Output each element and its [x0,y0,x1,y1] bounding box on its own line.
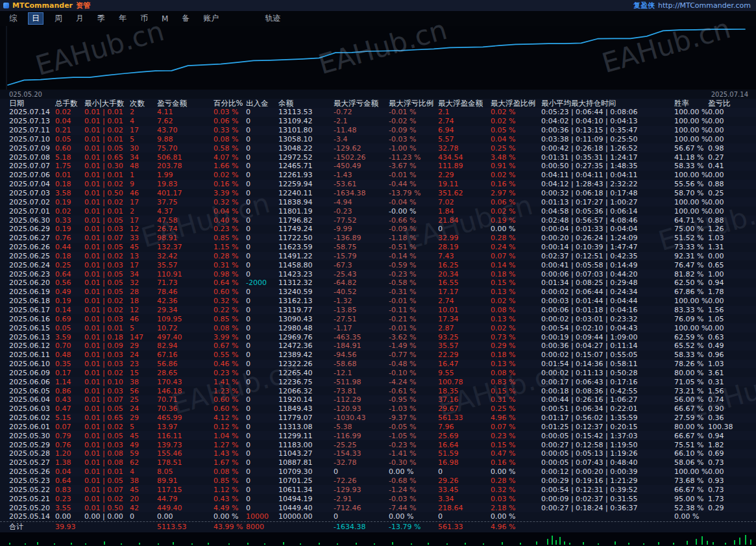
cell: 0 [246,288,278,296]
table-row[interactable]: 2025.06.160.690.01 | 0.0346109.950.85 %0… [9,314,756,323]
table-row[interactable]: 2025.06.110.480.01 | 0.032467.160.55 %01… [9,351,756,360]
stats-table: 日期总手数最小|大手数次数盈亏金额百分比%出入金余额最大浮亏金额最大浮亏比例最大… [0,99,756,532]
column-header-11[interactable]: 最大浮盈金额 [438,99,491,108]
table-row[interactable]: 2025.06.300.330.01 | 0.051747.580.40 %01… [9,216,756,225]
table-row[interactable]: 2025.06.270.760.01 | 0.073398.910.85 %01… [9,234,756,243]
table-row[interactable]: 2025.05.220.830.01 | 0.0745117.151.12 %0… [9,485,756,494]
equity-curve-svg [0,26,756,90]
table-row[interactable]: 2025.06.180.190.01 | 0.021842.360.32 %01… [9,297,756,306]
table-row[interactable]: 2025.06.230.640.01 | 0.0534110.910.98 %0… [9,269,756,279]
table-row[interactable]: 2025.06.120.700.01 | 0.092982.940.67 %01… [9,341,756,351]
column-header-2[interactable]: 总手数 [55,99,84,108]
column-header-1[interactable]: 日期 [9,99,55,108]
column-header-13[interactable]: 最小平均最大持仓时间 [541,99,674,108]
table-row[interactable]: 2025.06.133.590.01 | 0.18147497.403.99 %… [9,332,756,341]
table-row[interactable]: 2025.06.200.560.01 | 0.053271.730.64 %-2… [9,279,756,288]
table-row[interactable]: 2025.05.230.640.01 | 0.053889.910.85 %01… [9,477,756,486]
column-header-7[interactable]: 出入金 [246,99,278,108]
table-row[interactable]: 2025.05.271.380.01 | 0.0862178.511.67 %0… [9,458,756,467]
table-row[interactable]: 2025.06.040.430.01 | 0.072570.710.60 %01… [9,395,756,404]
menu-item-1[interactable]: 综 [6,12,19,25]
table-row[interactable]: 2025.06.190.490.01 | 0.052878.460.60 %01… [9,288,756,297]
menu-item-9[interactable]: 备 [179,12,192,25]
table-row[interactable]: 2025.07.040.180.01 | 0.02919.830.16 %012… [9,180,756,189]
brand-url[interactable]: http://MTCommander.com [658,1,751,10]
cell: 7.96 [438,423,491,431]
column-header-15[interactable]: 盈亏比 [708,99,747,108]
table-row[interactable]: 2025.07.100.050.01 | 0.0159.880.08 %0130… [9,135,756,144]
column-header-5[interactable]: 盈亏金额 [157,99,213,108]
cell: -67.3 [334,261,389,269]
column-header-6[interactable]: 百分比% [213,99,246,108]
column-header-9[interactable]: 最大浮亏金额 [334,99,389,108]
column-header-14[interactable]: 胜率 [674,99,708,108]
table-row[interactable]: 2025.05.203.550.01 | 0.5042449.404.49 %0… [9,503,756,512]
table-row[interactable]: 2025.07.130.040.01 | 0.0147.620.06 %0131… [9,117,756,126]
cell: 27.59 % [674,414,708,422]
cell: -3.4 [334,135,389,143]
table-row[interactable]: 2025.05.281.200.01 | 0.0859155.461.43 %0… [9,449,756,458]
menu-item-4[interactable]: 月 [73,12,86,25]
menu-item-8[interactable]: M [159,14,171,24]
table-row[interactable]: 2025.05.290.760.01 | 0.0349139.731.27 %0… [9,440,756,449]
cell: 0:01:54 | 0:14:36 | 0:58:11 [541,360,674,368]
cell: 2025.05.22 [9,486,55,494]
table-row[interactable]: 2025.07.060.010.01 | 0.0111.990.02 %0122… [9,171,756,180]
table-row[interactable]: 2025.07.010.020.01 | 0.0124.370.04 %0118… [9,206,756,216]
cell: 1.03 [708,234,747,242]
table-row[interactable]: 2025.05.210.230.01 | 0.022044.790.43 %01… [9,494,756,503]
cell: 0.01 | 0.08 [84,458,130,467]
menu-item-6[interactable]: 年 [116,12,129,25]
cell: 0.49 [708,341,747,350]
table-row[interactable]: 2025.06.260.440.01 | 0.0545132.371.15 %0… [9,243,756,252]
column-header-12[interactable]: 最大浮盈比例 [491,99,541,108]
table-row[interactable]: 2025.06.100.350.01 | 0.032356.860.46 %01… [9,360,756,369]
table-row[interactable]: 2025.06.290.190.01 | 0.031226.740.23 %01… [9,225,756,234]
cell: 0.31 % [491,395,541,404]
cell: 76.47 % [674,261,708,269]
cell: 0.47 % [491,449,541,458]
table-row[interactable]: 2025.06.010.070.01 | 0.02513.970.12 %011… [9,423,756,432]
table-row[interactable]: 2025.06.061.140.01 | 0.1038170.431.41 %0… [9,377,756,386]
activity-bar [25,543,26,545]
table-row[interactable]: 2025.07.071.750.01 | 0.3048203.781.66 %0… [9,162,756,171]
cell: 100.00 % [674,171,708,179]
table-row[interactable]: 2025.06.240.250.01 | 0.031735.570.31 %01… [9,260,756,269]
column-header-3[interactable]: 最小|大手数 [84,99,130,108]
cell: 100.00 % [674,297,708,305]
table-row[interactable]: 2025.06.170.140.01 | 0.021229.340.22 %01… [9,306,756,315]
table-row[interactable]: 2025.06.050.860.01 | 0.0356146.181.23 %0… [9,386,756,395]
cell: 0 [246,387,278,395]
table-row[interactable]: 2025.07.085.180.01 | 0.6534506.814.07 %0… [9,153,756,162]
table-row[interactable]: 2025.05.140.000.00 | 0.0000.000.00 %1000… [9,512,756,521]
table-row[interactable]: 2025.06.030.470.01 | 0.052470.360.60 %01… [9,404,756,414]
cell: -73.81 [334,387,389,395]
menu-item-5[interactable]: 季 [95,12,108,25]
menu-item-3[interactable]: 周 [52,12,65,25]
table-row[interactable]: 2025.06.025.150.01 | 0.6529465.994.12 %0… [9,414,756,423]
cell: 0:00:54 | 0:02:10 | 0:04:43 [541,324,674,332]
cell: 2.1 [438,108,491,116]
menu-item-10[interactable]: 账户 [201,12,221,25]
table-row[interactable]: 2025.05.300.790.01 | 0.0545116.111.04 %0… [9,431,756,440]
table-row[interactable]: 2025.07.140.020.01 | 0.0124.110.03 %0131… [9,108,756,117]
table-row[interactable]: 2025.07.020.190.01 | 0.021737.750.32 %01… [9,197,756,206]
table-row[interactable]: 2025.06.250.180.01 | 0.021332.420.28 %01… [9,252,756,261]
cell: 0.23 % [491,432,541,440]
column-header-8[interactable]: 余额 [278,99,334,108]
cell: 7.02 [438,198,491,206]
menu-item-7[interactable]: 币 [138,12,151,25]
brand-name: 复盈侠 [633,1,655,10]
table-row[interactable]: 2025.05.260.040.01 | 0.0148.050.08 %0107… [9,467,756,477]
menu-item-trail[interactable]: 轨迹 [262,12,283,25]
column-header-10[interactable]: 最大浮亏比例 [389,99,438,108]
table-row[interactable]: 2025.06.090.170.01 | 0.021528.650.23 %01… [9,368,756,377]
cell: -58.75 [334,243,389,251]
column-header-4[interactable]: 次数 [130,99,157,108]
cell: 0.00 % [491,512,541,521]
table-row[interactable]: 2025.06.150.050.01 | 0.01510.720.08 %012… [9,323,756,332]
menu-item-2[interactable]: 日 [28,12,43,25]
table-row[interactable]: 2025.07.110.210.01 | 0.021743.700.33 %01… [9,126,756,135]
table-row[interactable]: 2025.07.090.600.01 | 0.053075.700.58 %01… [9,143,756,153]
table-row[interactable]: 2025.07.033.580.01 | 0.5046401.173.39 %0… [9,189,756,198]
